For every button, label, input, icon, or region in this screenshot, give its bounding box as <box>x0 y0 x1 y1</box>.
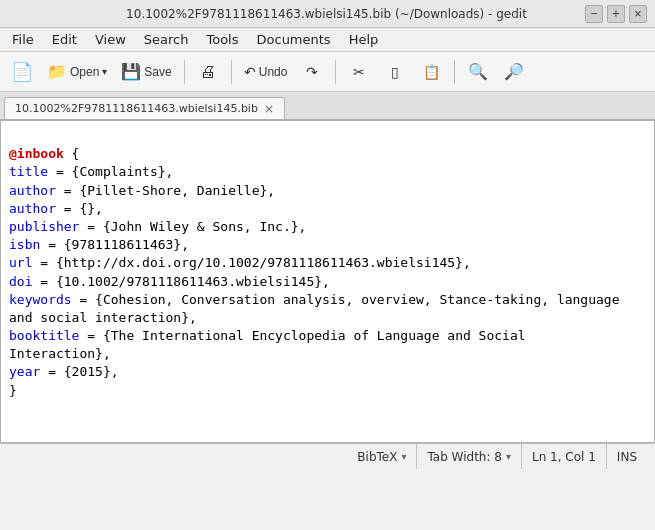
copy-icon: ▯ <box>391 64 399 80</box>
menu-help[interactable]: Help <box>341 30 387 49</box>
language-label: BibTeX <box>357 450 397 464</box>
tabbar: 10.1002%2F9781118611463.wbielsi145.bib × <box>0 92 655 120</box>
save-button[interactable]: 💾 Save <box>116 56 176 88</box>
copy-button[interactable]: ▯ <box>379 56 411 88</box>
status-cursor: Ln 1, Col 1 <box>522 444 607 469</box>
redo-icon: ↷ <box>306 64 318 80</box>
editor-tab[interactable]: 10.1002%2F9781118611463.wbielsi145.bib × <box>4 97 285 119</box>
editor-content[interactable]: @inbook { title = {Complaints}, author =… <box>1 121 654 442</box>
paste-button[interactable]: 📋 <box>415 56 447 88</box>
field-isbn: isbn <box>9 237 40 252</box>
save-icon: 💾 <box>121 62 141 81</box>
toolbar-separator-2 <box>231 60 232 84</box>
field-booktitle: booktitle <box>9 328 79 343</box>
insert-mode-label: INS <box>617 450 637 464</box>
undo-button[interactable]: ↶ Undo <box>239 56 293 88</box>
window-controls[interactable]: − + × <box>585 5 647 23</box>
menu-documents[interactable]: Documents <box>249 30 339 49</box>
status-mode: INS <box>607 444 647 469</box>
field-url: url <box>9 255 32 270</box>
toolbar: 📄 📁 Open ▾ 💾 Save 🖨 ↶ Undo ↷ ✂ ▯ 📋 🔍 <box>0 52 655 92</box>
tab-width-dropdown[interactable]: Tab Width: 8 ▾ <box>427 450 511 464</box>
menu-file[interactable]: File <box>4 30 42 49</box>
field-author1: author <box>9 183 56 198</box>
find-icon: 🔍 <box>468 62 488 81</box>
cut-icon: ✂ <box>353 64 365 80</box>
menu-search[interactable]: Search <box>136 30 197 49</box>
language-dropdown[interactable]: BibTeX ▾ <box>357 450 406 464</box>
undo-icon: ↶ <box>244 64 256 80</box>
find-replace-button[interactable]: 🔎 <box>498 56 530 88</box>
find-button[interactable]: 🔍 <box>462 56 494 88</box>
field-year: year <box>9 364 40 379</box>
menu-tools[interactable]: Tools <box>198 30 246 49</box>
print-button[interactable]: 🖨 <box>192 56 224 88</box>
field-author2: author <box>9 201 56 216</box>
tab-width-label: Tab Width: 8 <box>427 450 501 464</box>
toolbar-separator-1 <box>184 60 185 84</box>
field-keywords: keywords <box>9 292 72 307</box>
language-arrow-icon: ▾ <box>401 451 406 462</box>
open-label: Open <box>70 65 99 79</box>
cut-button[interactable]: ✂ <box>343 56 375 88</box>
tab-width-arrow-icon: ▾ <box>506 451 511 462</box>
editor-container[interactable]: @inbook { title = {Complaints}, author =… <box>0 120 655 443</box>
print-icon: 🖨 <box>200 63 216 81</box>
save-label: Save <box>144 65 171 79</box>
tab-filename: 10.1002%2F9781118611463.wbielsi145.bib <box>15 102 258 115</box>
status-language[interactable]: BibTeX ▾ <box>347 444 417 469</box>
redo-button[interactable]: ↷ <box>296 56 328 88</box>
field-doi: doi <box>9 274 32 289</box>
new-icon: 📄 <box>11 61 33 83</box>
paste-icon: 📋 <box>423 64 440 80</box>
entry-type: @inbook <box>9 146 64 161</box>
undo-label: Undo <box>259 65 288 79</box>
close-button[interactable]: × <box>629 5 647 23</box>
status-tab-width[interactable]: Tab Width: 8 ▾ <box>417 444 522 469</box>
toolbar-separator-3 <box>335 60 336 84</box>
open-dropdown-icon: ▾ <box>102 66 107 77</box>
editor-area: @inbook { title = {Complaints}, author =… <box>0 120 655 443</box>
new-button[interactable]: 📄 <box>6 56 38 88</box>
cursor-position: Ln 1, Col 1 <box>532 450 596 464</box>
open-icon: 📁 <box>47 62 67 81</box>
menubar: File Edit View Search Tools Documents He… <box>0 28 655 52</box>
menu-view[interactable]: View <box>87 30 134 49</box>
menu-edit[interactable]: Edit <box>44 30 85 49</box>
field-title: title <box>9 164 48 179</box>
minimize-button[interactable]: − <box>585 5 603 23</box>
titlebar: 10.1002%2F9781118611463.wbielsi145.bib (… <box>0 0 655 28</box>
maximize-button[interactable]: + <box>607 5 625 23</box>
window-title: 10.1002%2F9781118611463.wbielsi145.bib (… <box>68 7 585 21</box>
field-publisher: publisher <box>9 219 79 234</box>
open-button[interactable]: 📁 Open ▾ <box>42 56 112 88</box>
statusbar: BibTeX ▾ Tab Width: 8 ▾ Ln 1, Col 1 INS <box>0 443 655 469</box>
tab-close-button[interactable]: × <box>264 103 274 115</box>
toolbar-separator-4 <box>454 60 455 84</box>
find-replace-icon: 🔎 <box>504 62 524 81</box>
